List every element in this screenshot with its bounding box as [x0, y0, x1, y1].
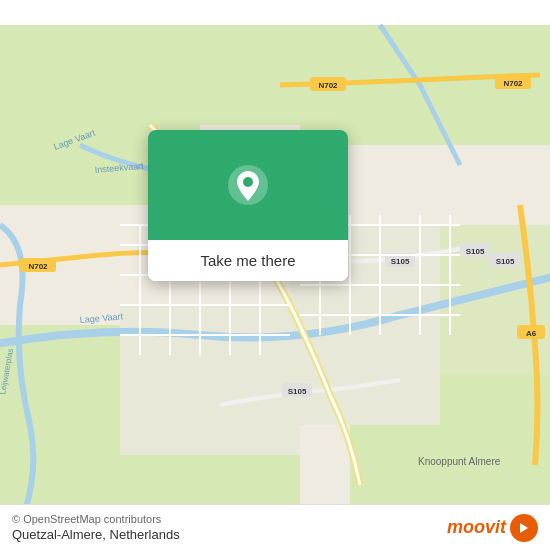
popup-header: [148, 130, 348, 240]
moovit-logo: moovit: [447, 514, 538, 542]
svg-text:S105: S105: [288, 387, 307, 396]
location-name: Quetzal-Almere, Netherlands: [12, 527, 180, 542]
moovit-chevron-icon: [520, 523, 528, 533]
moovit-logo-icon: [510, 514, 538, 542]
map-container[interactable]: N702 N702 S105 S105 S105 S105 A6: [0, 0, 550, 550]
moovit-brand-text: moovit: [447, 517, 506, 538]
svg-text:S105: S105: [496, 257, 515, 266]
svg-rect-10: [120, 305, 300, 455]
svg-text:Knooppunt Almere: Knooppunt Almere: [418, 456, 501, 467]
svg-point-55: [243, 177, 253, 187]
svg-text:N702: N702: [318, 81, 338, 90]
bottom-bar: © OpenStreetMap contributors Quetzal-Alm…: [0, 504, 550, 550]
take-me-there-button[interactable]: Take me there: [148, 240, 348, 281]
svg-text:A6: A6: [526, 329, 537, 338]
location-pin-icon: [226, 163, 270, 207]
popup-card: Take me there: [148, 130, 348, 281]
copyright-text: © OpenStreetMap contributors: [12, 513, 180, 525]
svg-text:N702: N702: [28, 262, 48, 271]
svg-text:N702: N702: [503, 79, 523, 88]
svg-text:S105: S105: [466, 247, 485, 256]
svg-text:S105: S105: [391, 257, 410, 266]
